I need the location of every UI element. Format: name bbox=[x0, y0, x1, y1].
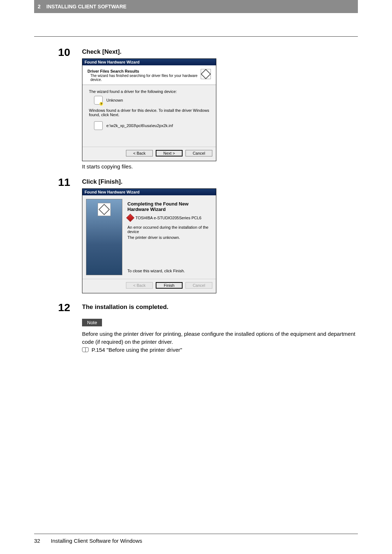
step-title: Click [Finish]. bbox=[82, 178, 358, 186]
device-model: TOSHIBA e-STUDIO205Series PCL6 bbox=[135, 216, 201, 220]
next-button[interactable]: Next > bbox=[156, 150, 183, 156]
cancel-button[interactable]: Cancel bbox=[185, 150, 212, 156]
wizard-screenshot-2: Found New Hardware Wizard Completing the… bbox=[82, 188, 216, 293]
wizard-banner-icon bbox=[98, 203, 111, 216]
inf-row: e:\w2k_xp_2003\pcl6\usa\eu2px2k.inf bbox=[94, 121, 209, 130]
step-body: Check [Next]. Found New Hardware Wizard … bbox=[82, 47, 358, 170]
unknown-line: The printer driver is unknown. bbox=[127, 235, 209, 240]
close-instruction: To close this wizard, click Finish. bbox=[127, 269, 209, 273]
chapter-number: 2 bbox=[38, 4, 41, 9]
wizard-header-subtitle: The wizard has finished searching for dr… bbox=[90, 74, 199, 82]
wizard-hardware-icon bbox=[201, 69, 211, 79]
step-caption: It starts copying files. bbox=[82, 163, 358, 170]
wizard-line: Windows found a driver for this device. … bbox=[89, 108, 209, 117]
step-10: 10 Check [Next]. Found New Hardware Wiza… bbox=[34, 47, 358, 170]
wizard-screenshot-1: Found New Hardware Wizard Driver Files S… bbox=[82, 58, 216, 161]
step-body: Click [Finish]. Found New Hardware Wizar… bbox=[82, 177, 358, 296]
chapter-header: 2 INSTALLING CLIENT SOFTWARE bbox=[34, 0, 358, 13]
wizard-content: Completing the Found New Hardware Wizard… bbox=[122, 199, 212, 275]
wizard-button-bar: < Back Finish Cancel bbox=[82, 279, 216, 293]
step-title: The installation is completed. bbox=[82, 304, 358, 311]
wizard-side-banner bbox=[86, 199, 122, 275]
chapter-title: INSTALLING CLIENT SOFTWARE bbox=[46, 4, 127, 9]
note-reference: P.154 "Before using the printer driver" bbox=[90, 347, 182, 353]
wizard-button-bar: < Back Next > Cancel bbox=[82, 147, 216, 161]
device-name: Unknown bbox=[106, 98, 123, 102]
step-body: The installation is completed. Note Befo… bbox=[82, 302, 358, 354]
inf-path: e:\w2k_xp_2003\pcl6\usa\eu2px2k.inf bbox=[106, 123, 173, 128]
step-12: 12 The installation is completed. Note B… bbox=[34, 302, 358, 354]
wizard-main: Completing the Found New Hardware Wizard… bbox=[82, 195, 216, 279]
step-11: 11 Click [Finish]. Found New Hardware Wi… bbox=[34, 177, 358, 296]
book-icon bbox=[82, 347, 89, 352]
note-body: Before using the printer driver for prin… bbox=[82, 331, 355, 345]
wizard-complete-heading: Completing the Found New Hardware Wizard bbox=[127, 201, 209, 212]
error-diamond-icon bbox=[126, 214, 135, 222]
error-line: An error occurred during the installatio… bbox=[127, 225, 209, 234]
wizard-header-title: Driver Files Search Results bbox=[87, 69, 199, 73]
note-text: Before using the printer driver for prin… bbox=[82, 330, 358, 354]
back-button[interactable]: < Back bbox=[126, 150, 153, 156]
finish-button[interactable]: Finish bbox=[156, 282, 183, 289]
wizard-header: Driver Files Search Results The wizard h… bbox=[82, 65, 216, 85]
back-button: < Back bbox=[126, 282, 153, 289]
cancel-button: Cancel bbox=[185, 282, 212, 289]
step-title: Check [Next]. bbox=[82, 48, 358, 56]
step-number: 11 bbox=[58, 177, 80, 296]
footer-title: Installing Client Software for Windows bbox=[51, 538, 142, 544]
unknown-device-icon bbox=[94, 96, 103, 105]
wizard-line: The wizard found a driver for the follow… bbox=[89, 89, 209, 94]
note-badge: Note bbox=[82, 319, 102, 326]
page-content: 10 Check [Next]. Found New Hardware Wiza… bbox=[34, 36, 358, 532]
wizard-titlebar: Found New Hardware Wizard bbox=[82, 59, 216, 65]
wizard-device-line: TOSHIBA e-STUDIO205Series PCL6 bbox=[127, 215, 209, 221]
inf-file-icon bbox=[94, 121, 103, 130]
page-number: 32 bbox=[34, 538, 45, 544]
step-number: 12 bbox=[58, 302, 80, 354]
page-footer: 32 Installing Client Software for Window… bbox=[34, 534, 358, 544]
device-row: Unknown bbox=[94, 96, 209, 105]
step-number: 10 bbox=[58, 47, 80, 170]
wizard-titlebar: Found New Hardware Wizard bbox=[82, 189, 216, 195]
wizard-body: The wizard found a driver for the follow… bbox=[82, 85, 216, 147]
